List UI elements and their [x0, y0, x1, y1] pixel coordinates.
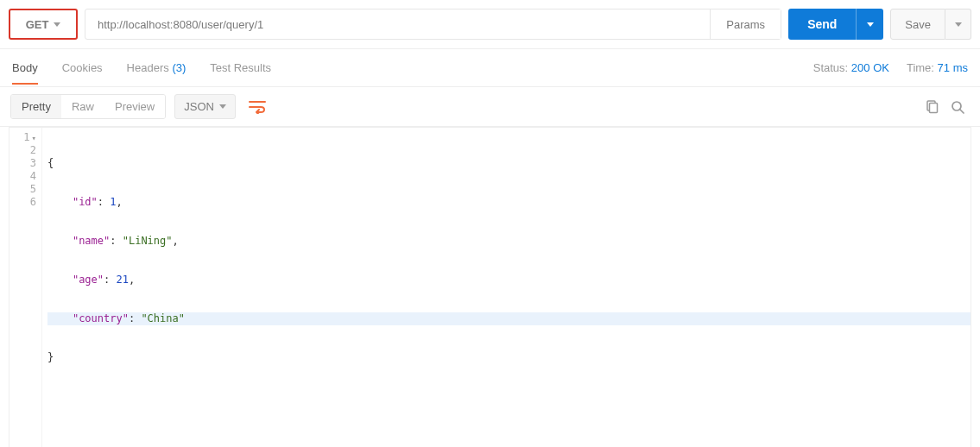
request-bar: GET Params Send Save [0, 0, 980, 49]
url-group: Params [85, 9, 781, 40]
view-pretty-button[interactable]: Pretty [11, 95, 61, 118]
status-code: Status: 200 OK [813, 61, 889, 74]
tab-headers-label: Headers [127, 61, 169, 74]
tab-test-results[interactable]: Test Results [210, 51, 271, 85]
code-content: { "id": 1, "name": "LiNing", "age": 21, … [42, 128, 971, 447]
gutter-line: 2 [9, 144, 36, 157]
save-dropdown-button[interactable] [945, 9, 971, 40]
search-button[interactable] [951, 100, 964, 114]
code-line: "name": "LiNing", [47, 235, 971, 248]
code-line: "age": 21, [47, 274, 971, 286]
view-mode-group: Pretty Raw Preview [10, 94, 166, 119]
response-body-editor[interactable]: 1 2 3 4 5 6 { "id": 1, "name": "LiNing",… [9, 127, 971, 447]
format-label: JSON [184, 100, 214, 113]
gutter-line: 5 [9, 183, 36, 196]
status-label: Status: [813, 61, 848, 74]
code-line: { [47, 157, 971, 170]
copy-icon [925, 100, 939, 114]
code-line: "id": 1, [47, 196, 971, 209]
http-method-label: GET [26, 18, 49, 31]
svg-rect-1 [930, 103, 938, 112]
wrap-lines-button[interactable] [244, 95, 270, 119]
params-button[interactable]: Params [710, 9, 781, 39]
time-label: Time: [907, 61, 934, 74]
chevron-down-icon [955, 22, 962, 27]
line-gutter: 1 2 3 4 5 6 [9, 128, 42, 447]
gutter-line: 4 [9, 170, 36, 183]
code-line: } [47, 351, 971, 364]
status-value: 200 OK [851, 61, 889, 74]
toolbar-right-icons [925, 100, 970, 114]
view-preview-button[interactable]: Preview [104, 95, 165, 118]
url-input[interactable] [85, 9, 710, 39]
gutter-line: 1 [9, 131, 36, 144]
save-group: Save [890, 9, 971, 40]
chevron-down-icon [219, 104, 226, 109]
tab-cookies[interactable]: Cookies [62, 51, 103, 85]
svg-line-3 [960, 110, 964, 113]
gutter-line: 3 [9, 157, 36, 170]
chevron-down-icon [54, 22, 60, 27]
http-method-dropdown[interactable]: GET [9, 9, 78, 40]
format-dropdown[interactable]: JSON [174, 94, 236, 119]
tab-headers[interactable]: Headers (3) [127, 51, 187, 85]
response-tabs: Body Cookies Headers (3) Test Results [12, 51, 271, 85]
response-time: Time: 71 ms [907, 61, 968, 74]
chevron-down-icon [867, 22, 874, 27]
search-icon [951, 100, 964, 114]
wrap-icon [249, 100, 266, 114]
send-group: Send [788, 9, 883, 40]
send-dropdown-button[interactable] [856, 9, 883, 40]
body-toolbar: Pretty Raw Preview JSON [0, 87, 980, 127]
tab-body[interactable]: Body [12, 51, 38, 85]
gutter-line: 6 [9, 196, 36, 209]
code-line: "country": "China" [47, 312, 971, 325]
tab-headers-count: (3) [172, 61, 186, 74]
copy-button[interactable] [925, 100, 939, 114]
send-button[interactable]: Send [788, 9, 856, 40]
time-value: 71 ms [938, 61, 968, 74]
response-tabs-row: Body Cookies Headers (3) Test Results St… [0, 49, 980, 87]
status-area: Status: 200 OK Time: 71 ms [813, 61, 968, 74]
view-raw-button[interactable]: Raw [61, 95, 104, 118]
save-button[interactable]: Save [890, 9, 945, 40]
